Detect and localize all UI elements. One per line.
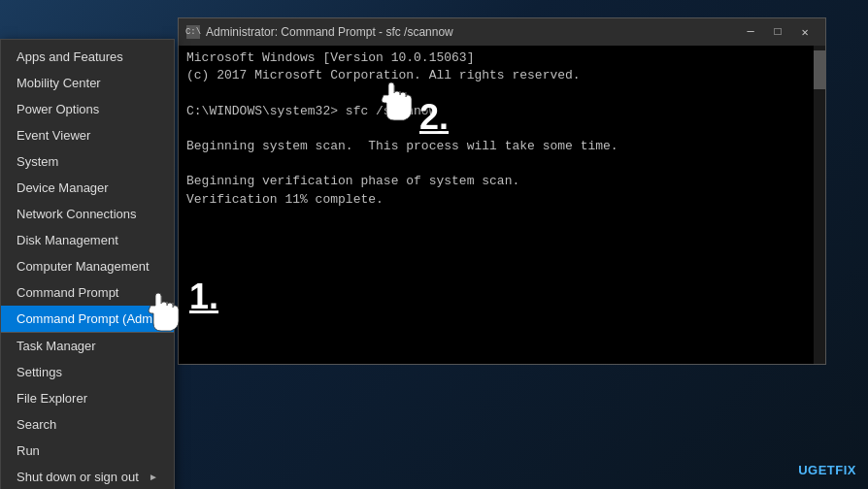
- watermark: UGETFIX: [798, 463, 856, 477]
- cmd-titlebar: C:\ Administrator: Command Prompt - sfc …: [179, 18, 825, 46]
- menu-item-search[interactable]: Search: [1, 411, 174, 438]
- cmd-window: C:\ Administrator: Command Prompt - sfc …: [178, 17, 826, 365]
- chevron-right-icon: ►: [149, 472, 158, 482]
- menu-item-network-connections[interactable]: Network Connections: [1, 201, 174, 227]
- menu-item-device-manager[interactable]: Device Manager: [1, 175, 174, 201]
- minimize-button[interactable]: —: [738, 22, 763, 42]
- context-menu: Apps and Features Mobility Center Power …: [0, 39, 175, 489]
- watermark-suffix: FIX: [835, 463, 856, 477]
- cmd-title: Administrator: Command Prompt - sfc /sca…: [206, 25, 738, 39]
- menu-item-settings[interactable]: Settings: [1, 359, 174, 385]
- close-button[interactable]: ✕: [792, 22, 818, 42]
- hand-cursor-2: [377, 76, 416, 122]
- cmd-content: Microsoft Windows [Version 10.0.15063] (…: [179, 46, 825, 364]
- menu-item-apps-and-features[interactable]: Apps and Features: [1, 44, 174, 70]
- menu-item-computer-management[interactable]: Computer Management: [1, 253, 174, 279]
- desktop: C:\ Administrator: Command Prompt - sfc …: [0, 0, 868, 489]
- cmd-controls: — □ ✕: [738, 22, 818, 42]
- annotation-2: 2.: [419, 97, 449, 138]
- menu-item-task-manager[interactable]: Task Manager: [1, 333, 174, 359]
- cmd-scrollbar-thumb: [814, 50, 825, 89]
- menu-item-disk-management[interactable]: Disk Management: [1, 227, 174, 253]
- cmd-icon: C:\: [186, 25, 200, 39]
- annotation-1: 1.: [189, 277, 218, 317]
- menu-item-mobility-center[interactable]: Mobility Center: [1, 70, 174, 96]
- watermark-highlight: ET: [818, 463, 836, 477]
- menu-item-system[interactable]: System: [1, 148, 174, 175]
- menu-item-run[interactable]: Run: [1, 438, 174, 464]
- hand-cursor-1: [144, 286, 183, 333]
- cmd-scrollbar[interactable]: [814, 46, 825, 364]
- maximize-button[interactable]: □: [765, 22, 790, 42]
- watermark-prefix: UG: [798, 463, 818, 477]
- menu-item-event-viewer[interactable]: Event Viewer: [1, 122, 174, 148]
- menu-item-file-explorer[interactable]: File Explorer: [1, 385, 174, 411]
- menu-item-shut-down[interactable]: Shut down or sign out ►: [1, 464, 174, 489]
- menu-item-power-options[interactable]: Power Options: [1, 96, 174, 122]
- cmd-output: Microsoft Windows [Version 10.0.15063] (…: [186, 49, 818, 209]
